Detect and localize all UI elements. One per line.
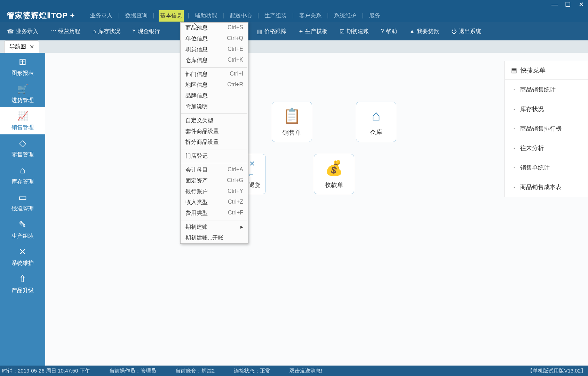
- upload-icon: ⇧: [19, 274, 26, 284]
- money-icon: ▭: [18, 192, 27, 203]
- close-button[interactable]: ✕: [578, 1, 585, 8]
- status-operator: 当前操作员：管理员: [109, 368, 156, 374]
- yen-icon: ¥: [133, 28, 136, 34]
- dd-accounting[interactable]: 会计科目Ctrl+A: [181, 165, 248, 175]
- quick-item-ar-analysis[interactable]: 往来分析: [505, 138, 588, 158]
- dd-bank-account[interactable]: 银行账户Ctrl+Y: [181, 186, 248, 197]
- dd-store-register[interactable]: 门店登记: [181, 151, 248, 162]
- minimize-button[interactable]: —: [551, 1, 558, 8]
- check-icon: ☑: [340, 28, 344, 35]
- maximize-button[interactable]: ☐: [564, 1, 571, 8]
- tools-icon: ✕: [19, 246, 26, 257]
- card-sales-order[interactable]: 📋 销售单: [272, 102, 312, 142]
- house-icon: ⌂: [372, 107, 380, 124]
- dd-initial-account[interactable]: 期初建账: [181, 222, 248, 233]
- dd-product-info[interactable]: 商品信息Ctrl+S: [181, 23, 248, 33]
- tb-business-entry[interactable]: ☎业务录入: [7, 28, 38, 35]
- x-icon: ✕: [249, 159, 255, 168]
- tab-close-icon[interactable]: ✕: [30, 44, 34, 50]
- tb-price-track[interactable]: ▥价格跟踪: [257, 28, 286, 35]
- chart-icon: 📈: [17, 111, 28, 122]
- card-receipt[interactable]: 💰 收款单: [314, 154, 354, 194]
- menu-data-query[interactable]: 数据查询: [124, 10, 149, 22]
- window-controls: — ☐ ✕: [0, 0, 588, 9]
- menu-business-entry[interactable]: 业务录入: [89, 10, 114, 22]
- dd-brand-info[interactable]: 品牌信息: [181, 91, 248, 101]
- menu-assist[interactable]: 辅助功能: [193, 10, 218, 22]
- dd-fixed-asset[interactable]: 固定资产Ctrl+G: [181, 175, 248, 186]
- dd-initial-open[interactable]: 期初建账...开账: [181, 233, 248, 243]
- toolbar: ☎业务录入 〰经营历程 ⌂库存状况 ¥现金银行 ⊕物价管理 ▥价格跟踪 ✦生产模…: [0, 22, 588, 40]
- sidebar-item-upgrade[interactable]: ⇧产品升级: [0, 270, 45, 297]
- dd-separator: [181, 113, 247, 114]
- menu-crm[interactable]: 客户关系: [298, 10, 323, 22]
- menu-production[interactable]: 生产组装: [263, 10, 288, 22]
- star-icon: ✦: [299, 28, 303, 35]
- money-bag-icon: 💰: [325, 159, 343, 177]
- dropdown-basic-info: 商品信息Ctrl+S 单位信息Ctrl+Q 职员信息Ctrl+E 仓库信息Ctr…: [180, 22, 248, 244]
- dd-kit-setting[interactable]: 套件商品设置: [181, 126, 248, 137]
- sidebar-item-sales[interactable]: 📈销售管理: [0, 107, 45, 134]
- dd-expense-type[interactable]: 费用类型Ctrl+F: [181, 208, 248, 219]
- status-message[interactable]: 双击发送消息!: [289, 368, 322, 374]
- tb-inventory[interactable]: ⌂库存状况: [93, 28, 120, 35]
- menu-service[interactable]: 服务: [368, 10, 382, 22]
- dd-department-info[interactable]: 部门信息Ctrl+I: [181, 69, 248, 80]
- menu-system[interactable]: 系统维护: [333, 10, 358, 22]
- tb-production-template[interactable]: ✦生产模板: [299, 28, 327, 35]
- card-return[interactable]: ✕ ▭ 退货: [248, 154, 266, 194]
- tb-history[interactable]: 〰经营历程: [50, 28, 80, 35]
- status-connection: 连接状态：正常: [234, 368, 270, 374]
- dd-unit-info[interactable]: 单位信息Ctrl+Q: [181, 33, 248, 44]
- card-warehouse[interactable]: ⌂ 仓库: [356, 102, 396, 142]
- quick-item-cost-table[interactable]: 商品销售成本表: [505, 177, 588, 197]
- dd-separator: [181, 163, 247, 163]
- power-icon: ⏻: [451, 28, 457, 34]
- wave-icon: 〰: [50, 28, 56, 34]
- quick-item-inventory[interactable]: 库存状况: [505, 99, 588, 119]
- top-bar: 管家婆辉煌ⅡTOP + 业务录入| 数据查询| 基本信息| 辅助功能| 配送中心…: [0, 9, 588, 22]
- tb-cash[interactable]: ¥现金银行: [133, 28, 160, 35]
- sidebar-item-system[interactable]: ✕系统维护: [0, 243, 45, 270]
- status-clock: 时钟：2019-05-26 周日 10:47:50 下午: [2, 368, 90, 374]
- dd-income-type[interactable]: 收入类型Ctrl+Z: [181, 197, 248, 208]
- dd-region-info[interactable]: 地区信息Ctrl+R: [181, 80, 248, 91]
- bars-icon: ▥: [257, 28, 262, 35]
- doc-icon: ▭: [249, 172, 254, 178]
- tb-initial-account[interactable]: ☑期初建账: [340, 28, 369, 35]
- quick-item-sales-rank[interactable]: 商品销售排行榜: [505, 119, 588, 138]
- tb-exit[interactable]: ⏻退出系统: [451, 28, 481, 35]
- quick-item-order-stat[interactable]: 销售单统计: [505, 158, 588, 177]
- quick-item-sales-stat[interactable]: 商品销售统计: [505, 80, 588, 99]
- quick-menu-panel: ▤ 快捷菜单 商品销售统计 库存状况 商品销售排行榜 往来分析 销售单统计 商品…: [504, 61, 588, 197]
- tab-strip: 导航图 ✕: [0, 40, 588, 53]
- dd-extra-info[interactable]: 附加说明: [181, 101, 248, 112]
- dd-custom-type[interactable]: 自定义类型: [181, 115, 248, 126]
- tb-help[interactable]: ?帮助: [381, 28, 397, 35]
- menu-bar: 业务录入| 数据查询| 基本信息| 辅助功能| 配送中心| 生产组装| 客户关系…: [89, 10, 381, 22]
- sidebar-item-retail[interactable]: ◇零售管理: [0, 134, 45, 162]
- dd-warehouse-info[interactable]: 仓库信息Ctrl+K: [181, 55, 248, 66]
- sidebar-item-production[interactable]: ✎生产组装: [0, 216, 45, 243]
- menu-distribution[interactable]: 配送中心: [228, 10, 253, 22]
- app-logo: 管家婆辉煌ⅡTOP +: [7, 10, 75, 21]
- tb-loan[interactable]: ▲我要贷款: [409, 28, 439, 35]
- sidebar-item-money[interactable]: ▭钱流管理: [0, 189, 45, 216]
- card-label: 销售单: [283, 128, 301, 137]
- tab-nav-map[interactable]: 导航图 ✕: [4, 40, 39, 53]
- card-label: 仓库: [370, 128, 382, 136]
- wrench-icon: ✎: [19, 219, 26, 230]
- dd-separator: [181, 149, 247, 149]
- quick-menu-header: ▤ 快捷菜单: [505, 61, 588, 80]
- menu-basic-info[interactable]: 基本信息: [159, 10, 184, 22]
- sidebar-item-inventory[interactable]: ⌂库存管理: [0, 162, 45, 189]
- sidebar: ⊞图形报表 🛒进货管理 📈销售管理 ◇零售管理 ⌂库存管理 ▭钱流管理 ✎生产组…: [0, 53, 45, 366]
- sidebar-item-report[interactable]: ⊞图形报表: [0, 53, 45, 80]
- question-icon: ?: [381, 28, 384, 34]
- dd-split-setting[interactable]: 拆分商品设置: [181, 137, 248, 148]
- sidebar-item-purchase[interactable]: 🛒进货管理: [0, 80, 45, 107]
- tab-label: 导航图: [9, 43, 26, 50]
- dd-separator: [181, 220, 247, 220]
- dd-employee-info[interactable]: 职员信息Ctrl+E: [181, 44, 248, 55]
- status-account: 当前账套：辉煌2: [175, 368, 215, 374]
